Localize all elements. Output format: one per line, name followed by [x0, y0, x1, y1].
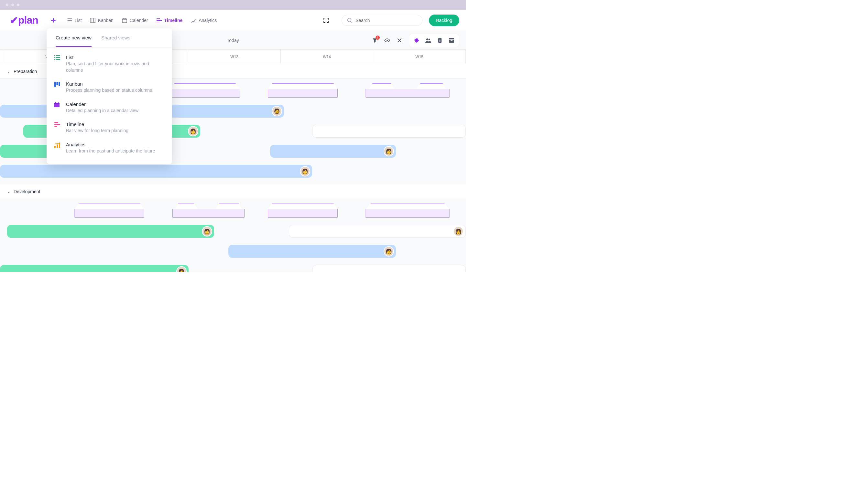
- svg-rect-20: [54, 122, 58, 123]
- create-view-dropdown: Create new view Shared views List Plan, …: [47, 28, 172, 164]
- archive-icon: [449, 38, 454, 43]
- kanban-icon: [54, 82, 60, 88]
- filter-badge: 1: [376, 36, 380, 40]
- avatar: 👩: [188, 126, 198, 136]
- tab-timeline[interactable]: Timeline: [157, 18, 183, 23]
- avatar: 👩: [202, 226, 212, 236]
- svg-rect-24: [57, 144, 58, 148]
- tab-label: Kanban: [98, 18, 114, 23]
- task-bar[interactable]: 👩: [7, 225, 214, 238]
- avatar: 👩: [300, 166, 310, 177]
- window-dot: [11, 3, 14, 6]
- people-icon: [425, 38, 431, 43]
- search-input[interactable]: [355, 18, 417, 23]
- svg-rect-17: [54, 103, 60, 104]
- puzzle-button[interactable]: [411, 35, 422, 46]
- task-bar[interactable]: [312, 265, 466, 272]
- item-desc: Process planning based on status columns: [66, 87, 164, 94]
- svg-rect-18: [55, 102, 56, 103]
- avatar: 🧑: [384, 246, 394, 257]
- item-title: Timeline: [66, 121, 164, 127]
- task-bar[interactable]: 🧑: [228, 245, 396, 258]
- window-dot: [6, 3, 9, 6]
- tab-analytics[interactable]: Analytics: [191, 18, 217, 23]
- task-bar[interactable]: [312, 125, 466, 138]
- plus-icon: [51, 18, 55, 23]
- svg-point-5: [428, 38, 430, 40]
- wrench-icon: [397, 38, 402, 43]
- tab-label: Analytics: [199, 18, 217, 23]
- week-col: W15: [373, 50, 466, 64]
- backlog-button[interactable]: Backlog: [429, 14, 459, 26]
- timeline-icon: [54, 122, 60, 128]
- svg-point-7: [440, 38, 440, 39]
- svg-rect-13: [54, 82, 56, 87]
- item-desc: Learn from the past and anticipate the f…: [66, 148, 164, 154]
- archive-button[interactable]: [446, 35, 457, 46]
- add-view-button[interactable]: [50, 16, 57, 24]
- item-title: List: [66, 55, 164, 60]
- group-header-development[interactable]: ⌄ Development: [0, 184, 466, 199]
- week-label: W13: [230, 55, 238, 59]
- group-name: Preparation: [14, 69, 37, 74]
- tab-list[interactable]: List: [67, 18, 82, 23]
- svg-rect-11: [449, 40, 454, 43]
- task-bar[interactable]: 🧑: [0, 265, 189, 272]
- svg-rect-14: [57, 82, 58, 85]
- avatar: 🧔: [272, 106, 282, 116]
- calendar-icon: [122, 18, 127, 23]
- item-title: Kanban: [66, 81, 164, 87]
- analytics-icon: [191, 18, 196, 23]
- item-desc: Bar view for long term planning: [66, 128, 164, 134]
- svg-rect-21: [54, 124, 60, 125]
- dropdown-tab-create[interactable]: Create new view: [55, 28, 91, 47]
- svg-rect-15: [59, 82, 60, 86]
- tab-label: Calender: [130, 18, 148, 23]
- week-col: W14: [281, 50, 373, 64]
- svg-rect-0: [90, 18, 96, 23]
- dropdown-tab-shared[interactable]: Shared views: [101, 28, 130, 47]
- tools-button[interactable]: [394, 35, 405, 46]
- search-box[interactable]: [341, 15, 423, 26]
- svg-rect-1: [122, 19, 127, 23]
- today-button[interactable]: Today: [227, 38, 239, 43]
- traffic-button[interactable]: [435, 35, 446, 46]
- logo-text: plan: [18, 14, 38, 26]
- fullscreen-icon: [324, 18, 329, 23]
- tab-label: Timeline: [164, 18, 183, 23]
- svg-rect-25: [59, 143, 60, 148]
- dropdown-item-analytics[interactable]: Analytics Learn from the past and antici…: [47, 138, 172, 158]
- task-bar[interactable]: 👩: [289, 225, 466, 238]
- week-col: W13: [188, 50, 281, 64]
- svg-point-8: [440, 40, 440, 41]
- list-icon: [67, 18, 72, 23]
- dropdown-item-timeline[interactable]: Timeline Bar view for long term planning: [47, 118, 172, 138]
- svg-point-9: [440, 41, 440, 42]
- item-title: Analytics: [66, 142, 164, 147]
- tab-calendar[interactable]: Calender: [122, 18, 148, 23]
- svg-rect-10: [449, 38, 454, 39]
- week-label: W14: [323, 55, 331, 59]
- calendar-icon: [54, 102, 60, 108]
- dropdown-item-calendar[interactable]: Calender Detailed planning in a calendar…: [47, 98, 172, 118]
- task-bar[interactable]: 👩: [0, 165, 312, 178]
- avatar: 🧑: [176, 266, 187, 272]
- tab-kanban[interactable]: Kanban: [90, 18, 114, 23]
- dropdown-item-kanban[interactable]: Kanban Process planning based on status …: [47, 77, 172, 98]
- dropdown-item-list[interactable]: List Plan, sort and filter your work in …: [47, 51, 172, 77]
- fullscreen-button[interactable]: [324, 18, 329, 23]
- people-button[interactable]: [423, 35, 434, 46]
- svg-point-4: [426, 38, 428, 40]
- visibility-button[interactable]: [382, 35, 393, 46]
- item-title: Calender: [66, 101, 164, 107]
- avatar: 👩: [384, 146, 394, 156]
- filter-button[interactable]: 1: [370, 35, 380, 46]
- analytics-icon: [54, 142, 60, 148]
- list-icon: [54, 55, 60, 61]
- window-chrome: [0, 0, 466, 10]
- chevron-down-icon: ⌄: [7, 189, 10, 194]
- task-bar[interactable]: 👩: [270, 145, 396, 158]
- chevron-down-icon: ⌄: [7, 69, 10, 74]
- search-icon: [347, 18, 352, 23]
- svg-point-3: [387, 40, 388, 41]
